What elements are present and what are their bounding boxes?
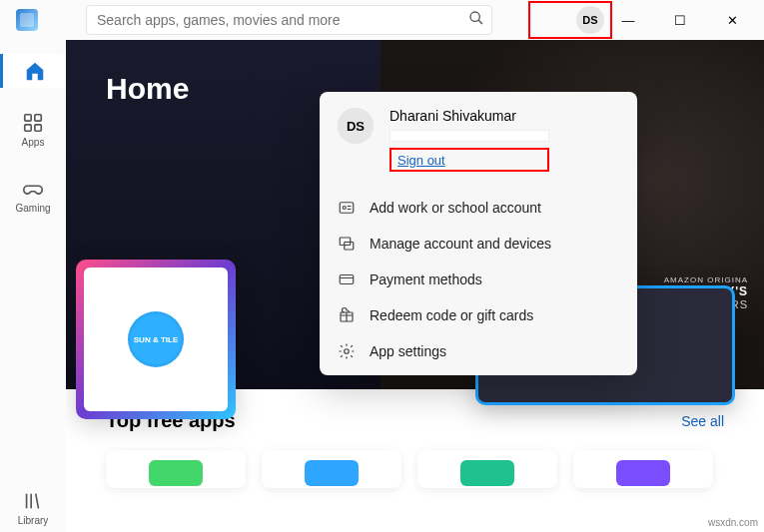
sidebar-item-library[interactable]: Library <box>0 484 66 532</box>
hero-card-left[interactable]: SUN & TILE <box>76 260 236 419</box>
avatar: DS <box>338 108 374 144</box>
svg-rect-4 <box>25 125 31 131</box>
see-all-link[interactable]: See all <box>681 413 724 429</box>
menu-add-work-account[interactable]: Add work or school account <box>320 190 637 226</box>
profile-button-highlight: DS <box>528 1 612 39</box>
search-icon[interactable] <box>468 10 484 30</box>
search-input[interactable] <box>86 5 492 35</box>
account-dropdown: DS Dharani Shivakumar Sign out Add work … <box>320 92 637 375</box>
watermark: wsxdn.com <box>708 517 758 528</box>
minimize-button[interactable]: — <box>612 13 644 28</box>
svg-point-16 <box>345 349 350 354</box>
sidebar-item-apps[interactable]: Apps <box>0 106 66 154</box>
menu-manage-account[interactable]: Manage account and devices <box>320 226 637 262</box>
close-button[interactable]: ✕ <box>716 13 748 28</box>
sidebar-item-home[interactable] <box>0 54 66 88</box>
sidebar-label-library: Library <box>18 515 49 526</box>
svg-rect-5 <box>35 125 41 131</box>
title-bar: DS — ☐ ✕ <box>0 0 764 40</box>
sidebar-item-gaming[interactable]: Gaming <box>0 172 66 220</box>
maximize-button[interactable]: ☐ <box>664 13 696 28</box>
store-app-icon <box>16 9 38 31</box>
svg-line-8 <box>36 494 39 509</box>
sidebar-label-apps: Apps <box>22 137 45 148</box>
sign-out-link[interactable]: Sign out <box>394 151 448 170</box>
sidebar-label-gaming: Gaming <box>15 203 50 214</box>
sign-out-highlight: Sign out <box>389 148 549 172</box>
app-tile[interactable] <box>573 450 713 488</box>
app-tile[interactable] <box>262 450 401 488</box>
svg-rect-3 <box>35 115 41 121</box>
window-controls: — ☐ ✕ <box>612 13 756 28</box>
main-content: Home AMAZON ORIGINA TOM CLANCY'S WITHOUT… <box>66 40 764 532</box>
svg-rect-9 <box>340 203 354 214</box>
menu-payment-methods[interactable]: Payment methods <box>320 262 637 297</box>
svg-rect-12 <box>345 243 354 251</box>
svg-line-1 <box>478 20 482 24</box>
user-name: Dharani Shivakumar <box>389 108 549 124</box>
svg-rect-13 <box>340 275 354 284</box>
app-tile[interactable] <box>106 450 246 488</box>
sidebar: Apps Gaming Library <box>0 40 66 532</box>
svg-point-0 <box>470 12 479 21</box>
svg-point-10 <box>343 207 346 210</box>
menu-app-settings[interactable]: App settings <box>320 333 637 369</box>
menu-redeem-code[interactable]: Redeem code or gift cards <box>320 297 637 333</box>
user-email-masked <box>389 130 549 142</box>
svg-rect-2 <box>25 115 31 121</box>
search-container <box>86 5 492 35</box>
app-tile[interactable] <box>417 450 557 488</box>
svg-rect-11 <box>340 238 351 246</box>
profile-button[interactable]: DS <box>576 6 604 34</box>
